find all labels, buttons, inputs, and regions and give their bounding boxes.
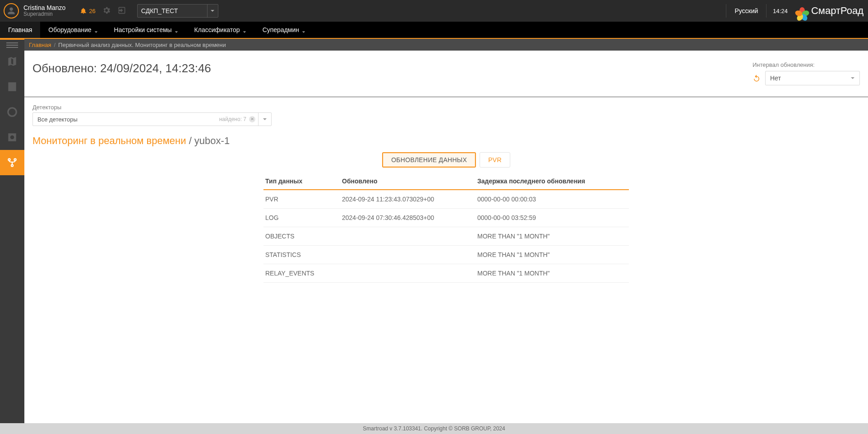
sidebar-item-monitoring[interactable] bbox=[0, 150, 24, 175]
language-label: Русский bbox=[734, 7, 758, 14]
nav-system-settings[interactable]: Настройки системы bbox=[106, 22, 186, 38]
sidebar-toggle[interactable] bbox=[0, 40, 24, 49]
logout-icon[interactable] bbox=[117, 6, 126, 16]
td-delay: MORE THAN "1 MONTH" bbox=[477, 270, 627, 277]
content: Главная / Первичный анализ данных. Монит… bbox=[24, 39, 868, 423]
section-title: Мониторинг в реальном времени / yubox-1 bbox=[24, 131, 868, 149]
brand-name: СмартРоад bbox=[811, 5, 863, 17]
reload-icon[interactable] bbox=[753, 74, 761, 82]
nav-classifier[interactable]: Классификатор bbox=[186, 22, 254, 38]
footer-text: Smartroad v 3.7.103341. Copyright © SORB… bbox=[363, 425, 505, 432]
footer: Smartroad v 3.7.103341. Copyright © SORB… bbox=[0, 423, 868, 434]
clear-icon[interactable]: ✕ bbox=[249, 116, 255, 122]
nav-label: Настройки системы bbox=[114, 26, 172, 33]
nav-label: Классификатор bbox=[194, 26, 240, 33]
page-updated: Обновлено: 24/09/2024, 14:23:46 bbox=[32, 61, 211, 75]
section-device: yubox-1 bbox=[194, 135, 230, 146]
chevron-down-icon bbox=[94, 28, 98, 32]
clock-value: 14:24 bbox=[773, 8, 788, 14]
th-updated: Обновлено bbox=[342, 177, 477, 185]
tab-label: ОБНОВЛЕНИЕ ДАННЫХ bbox=[391, 156, 467, 163]
td-delay: 0000-00-00 00:00:03 bbox=[477, 196, 627, 203]
td-updated: 2024-09-24 07:30:46.428503+00 bbox=[342, 214, 477, 221]
detectors-value: Все детекторы bbox=[33, 116, 219, 123]
td-type: LOG bbox=[265, 214, 342, 221]
table-row: STATISTICS MORE THAN "1 MONTH" bbox=[263, 246, 629, 264]
notifications-button[interactable]: 26 bbox=[80, 7, 95, 14]
user-role: Superadmin bbox=[23, 11, 65, 17]
interval-label: Интервал обновления: bbox=[753, 61, 860, 68]
sidebar-item-map[interactable] bbox=[0, 49, 24, 74]
chevron-down-icon bbox=[243, 28, 246, 32]
language-switch[interactable]: Русский bbox=[726, 4, 758, 18]
data-table: Тип данных Обновлено Задержка последнего… bbox=[263, 173, 629, 283]
interval-value: Нет bbox=[770, 75, 781, 82]
td-type: STATISTICS bbox=[265, 251, 342, 258]
detectors-found: найдено: 7 ✕ bbox=[219, 113, 259, 126]
th-type: Тип данных bbox=[265, 177, 342, 185]
table-header: Тип данных Обновлено Задержка последнего… bbox=[263, 173, 629, 190]
sidebar-item-camera[interactable] bbox=[0, 125, 24, 150]
tab-update[interactable]: ОБНОВЛЕНИЕ ДАННЫХ bbox=[382, 152, 476, 168]
updated-value: 24/09/2024, 14:23:46 bbox=[100, 61, 211, 75]
interval-select[interactable]: Нет bbox=[765, 71, 860, 85]
detectors-found-text: найдено: 7 bbox=[219, 116, 246, 122]
chevron-down-icon bbox=[850, 75, 855, 82]
brand-logo-icon bbox=[796, 5, 808, 17]
chevron-down-icon bbox=[259, 117, 271, 121]
chevron-down-icon bbox=[302, 28, 305, 32]
gear-icon[interactable] bbox=[102, 6, 111, 16]
sidebar-item-report[interactable] bbox=[0, 74, 24, 99]
td-delay: MORE THAN "1 MONTH" bbox=[477, 251, 627, 258]
th-delay: Задержка последнего обновления bbox=[477, 177, 627, 185]
section-monitoring[interactable]: Мониторинг в реальном времени bbox=[32, 135, 186, 146]
avatar bbox=[4, 3, 19, 19]
topbar: Cristina Manzo Superadmin 26 СДКП_ТЕСТ Р… bbox=[0, 0, 868, 22]
project-select-value: СДКП_ТЕСТ bbox=[141, 7, 178, 14]
td-delay: MORE THAN "1 MONTH" bbox=[477, 233, 627, 240]
table-row: RELAY_EVENTS MORE THAN "1 MONTH" bbox=[263, 264, 629, 283]
nav-label: Главная bbox=[8, 26, 32, 33]
breadcrumb-home[interactable]: Главная bbox=[29, 42, 51, 48]
nav-superadmin[interactable]: Суперадмин bbox=[254, 22, 314, 38]
navbar: Главная Оборудование Настройки системы К… bbox=[0, 22, 868, 39]
td-updated: 2024-09-24 11:23:43.073029+00 bbox=[342, 196, 477, 203]
notifications-count: 26 bbox=[89, 8, 95, 14]
nav-home[interactable]: Главная bbox=[0, 22, 40, 38]
breadcrumb-sep: / bbox=[54, 42, 55, 48]
tab-pvr[interactable]: PVR bbox=[480, 152, 510, 168]
project-select[interactable]: СДКП_ТЕСТ bbox=[137, 4, 218, 18]
tabs: ОБНОВЛЕНИЕ ДАННЫХ PVR bbox=[24, 152, 868, 168]
user-name: Cristina Manzo bbox=[23, 5, 65, 11]
brand: СмартРоад bbox=[796, 5, 863, 17]
table-row: OBJECTS MORE THAN "1 MONTH" bbox=[263, 227, 629, 246]
breadcrumb-current: Первичный анализ данных. Мониторинг в ре… bbox=[58, 42, 226, 48]
tab-label: PVR bbox=[488, 156, 502, 163]
td-type: RELAY_EVENTS bbox=[265, 270, 342, 277]
detectors-select[interactable]: Все детекторы найдено: 7 ✕ bbox=[32, 112, 272, 126]
breadcrumb: Главная / Первичный анализ данных. Монит… bbox=[24, 39, 868, 51]
table-row: LOG 2024-09-24 07:30:46.428503+00 0000-0… bbox=[263, 209, 629, 227]
section-sep: / bbox=[186, 135, 194, 146]
updated-prefix: Обновлено: bbox=[32, 61, 100, 75]
nav-equipment[interactable]: Оборудование bbox=[40, 22, 106, 38]
user-block[interactable]: Cristina Manzo Superadmin bbox=[4, 3, 65, 19]
td-type: PVR bbox=[265, 196, 342, 203]
sidebar-item-status[interactable] bbox=[0, 99, 24, 125]
nav-label: Оборудование bbox=[48, 26, 91, 33]
chevron-down-icon bbox=[207, 5, 218, 17]
clock: 14:24 bbox=[766, 4, 788, 18]
chevron-down-icon bbox=[175, 28, 178, 32]
td-type: OBJECTS bbox=[265, 233, 342, 240]
nav-label: Суперадмин bbox=[263, 26, 299, 33]
detectors-label: Детекторы bbox=[32, 104, 860, 111]
td-delay: 0000-00-00 03:52:59 bbox=[477, 214, 627, 221]
table-row: PVR 2024-09-24 11:23:43.073029+00 0000-0… bbox=[263, 190, 629, 209]
sidebar bbox=[0, 39, 24, 423]
